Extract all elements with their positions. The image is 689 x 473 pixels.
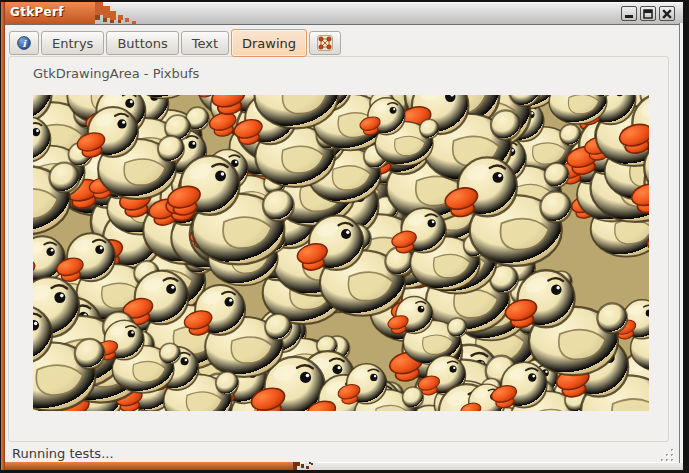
tab-drawing[interactable]: Drawing <box>231 29 307 57</box>
tab-buttons[interactable]: Buttons <box>106 31 178 55</box>
resize-grip[interactable] <box>658 448 676 463</box>
minimize-button[interactable] <box>621 6 637 21</box>
tab-text[interactable]: Text <box>181 31 229 55</box>
close-icon <box>662 9 672 19</box>
window-border-right <box>683 0 689 473</box>
statusbar-text: Running tests... <box>12 446 114 461</box>
notebook-tab-bar: i Entrys Buttons Text Drawing <box>9 29 341 57</box>
window-title: GtkPerf <box>10 5 64 19</box>
maximize-icon <box>643 9 653 19</box>
window-border-top <box>0 0 689 2</box>
page-heading: GtkDrawingArea - Pixbufs <box>33 66 199 81</box>
close-button[interactable] <box>659 6 675 21</box>
window-border-left-accent <box>1 2 5 470</box>
gtkperf-logo-icon <box>317 35 333 51</box>
bottom-strip-accent <box>1 462 293 470</box>
tab-entrys[interactable]: Entrys <box>41 31 104 55</box>
bottom-strip <box>1 462 683 470</box>
tab-entrys-label: Entrys <box>52 36 93 51</box>
tab-text-label: Text <box>192 36 218 51</box>
titlebar[interactable]: GtkPerf <box>1 2 683 25</box>
window-controls <box>621 6 675 21</box>
duck-collage <box>33 95 649 411</box>
tab-drawing-label: Drawing <box>242 36 296 51</box>
titlebar-pixel-decoration <box>95 2 143 24</box>
minimize-icon <box>624 9 634 19</box>
tab-buttons-label: Buttons <box>117 36 167 51</box>
bottom-strip-pixel-decoration <box>293 462 317 470</box>
gtkperf-window: GtkPerf <box>0 0 689 473</box>
window-border-left <box>0 0 1 473</box>
tab-gtkperf-logo[interactable] <box>309 31 341 55</box>
pixbuf-drawing-area <box>33 95 649 411</box>
maximize-button[interactable] <box>640 6 656 21</box>
tab-info[interactable]: i <box>9 31 39 55</box>
info-icon: i <box>17 36 31 50</box>
